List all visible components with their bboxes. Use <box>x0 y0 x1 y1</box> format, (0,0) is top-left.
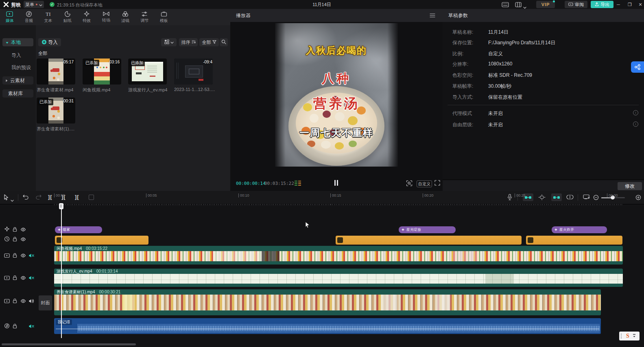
cover-button[interactable]: 封面 <box>39 295 52 310</box>
adjust-clip[interactable] <box>55 236 148 245</box>
view-mode-button[interactable] <box>161 38 177 46</box>
media-card-4[interactable]: -09:4 <box>174 59 213 85</box>
info-icon[interactable]: i <box>633 121 638 127</box>
adjust-clip[interactable] <box>336 236 522 245</box>
eye-icon[interactable] <box>20 252 26 258</box>
effect-clip[interactable]: 星火炸开 <box>552 226 607 233</box>
ime-menu-icon <box>633 332 636 340</box>
lock-icon[interactable] <box>12 323 18 329</box>
lock-icon[interactable] <box>12 298 18 304</box>
cloud-share-float-button[interactable] <box>631 61 644 73</box>
split-delete-right-icon[interactable]: ][ <box>75 194 79 200</box>
info-icon[interactable]: i <box>633 110 638 115</box>
audio-track-icon <box>4 323 10 329</box>
eye-icon[interactable] <box>20 275 26 280</box>
media-sidebar: 本地 导入 我的预设 云素材 素材库 <box>0 25 36 191</box>
lock-icon[interactable] <box>12 236 18 242</box>
eye-icon[interactable] <box>20 236 26 242</box>
preview-axis-icon[interactable] <box>583 194 590 202</box>
filter-button[interactable]: 全部 <box>199 38 219 46</box>
menu-update-dot <box>36 4 37 5</box>
zoom-in-icon[interactable] <box>635 195 641 202</box>
media-card-2-name: 闲鱼视频.mp4 <box>83 87 122 93</box>
tab-adjust[interactable]: 调节 <box>135 9 154 25</box>
select-tool-icon[interactable] <box>3 194 9 202</box>
video-clip-game-publisher[interactable]: 游戏发行人_ev.mp400:01:33:14 <box>54 269 623 287</box>
search-button[interactable] <box>220 38 228 46</box>
media-card-3[interactable]: 已添加 <box>128 59 167 85</box>
redo-icon[interactable] <box>35 194 42 202</box>
window-close-button[interactable]: ✕ <box>637 2 643 7</box>
undo-icon[interactable] <box>22 194 29 202</box>
import-media-button[interactable]: 导入 <box>38 38 61 46</box>
timeline-hscrollbar[interactable] <box>2 343 136 345</box>
fit-zoom-icon[interactable] <box>406 180 413 188</box>
tab-filters[interactable]: 滤镜 <box>116 9 135 25</box>
quality-selector[interactable]: 自定义 <box>417 180 432 187</box>
playhead-line[interactable] <box>61 203 62 338</box>
player-menu-icon[interactable] <box>430 12 435 19</box>
window-maximize-button[interactable]: ❐ <box>627 2 633 7</box>
draft-params-panel: 草稿参数 草稿名称: 11月14日 保存位置: F:/JianyingPro D… <box>443 9 644 191</box>
auto-snap-toggle[interactable] <box>538 194 546 202</box>
eye-icon[interactable] <box>20 226 26 232</box>
playhead-handle[interactable] <box>59 203 63 209</box>
tab-media[interactable]: 媒体 <box>0 9 19 25</box>
media-card-1[interactable]: 05:17 <box>37 59 75 85</box>
split-clip-icon[interactable]: ][ <box>48 194 52 200</box>
eye-icon[interactable] <box>20 298 26 304</box>
lock-icon[interactable] <box>12 226 18 232</box>
sidebar-item-local[interactable]: 本地 <box>2 38 33 46</box>
video-clip-food-main[interactable]: 养生食谱素材(1).mp400:00:30:21 <box>54 289 601 315</box>
record-voiceover-icon[interactable] <box>507 194 513 202</box>
modify-button[interactable]: 修改 <box>618 182 642 190</box>
speaker-on-icon[interactable] <box>28 298 34 304</box>
media-card-5[interactable]: 已添加 00:31 <box>37 98 75 124</box>
fullscreen-icon[interactable] <box>434 180 440 187</box>
media-content: 导入 排序 全部 全部 05:17 <box>36 25 230 191</box>
input-method-widget[interactable]: S <box>619 332 640 340</box>
review-button[interactable]: 审阅 <box>565 1 587 8</box>
speaker-muted-icon[interactable] <box>28 275 34 280</box>
effect-clip[interactable]: 烟雾 <box>55 226 102 233</box>
export-button[interactable]: 导出 <box>591 1 613 8</box>
tab-effects[interactable]: 特效 <box>77 9 96 25</box>
sidebar-item-library[interactable]: 素材库 <box>2 89 33 98</box>
zoom-out-icon[interactable] <box>593 195 599 202</box>
sidebar-item-import[interactable]: 导入 <box>11 52 21 59</box>
layout-switch-icon[interactable] <box>515 2 522 9</box>
media-card-2[interactable]: 已添加 03:16 <box>83 59 121 85</box>
pause-button[interactable] <box>334 180 338 186</box>
sort-button[interactable]: 排序 <box>179 38 198 46</box>
filmstrip <box>54 274 623 284</box>
delete-clip-icon[interactable] <box>89 195 94 200</box>
draft-row-label: 比例: <box>452 50 463 57</box>
tab-audio[interactable]: 音频 <box>19 9 38 25</box>
video-clip-xianyu[interactable]: 闲鱼视频.mp400:03:15:22 <box>54 246 623 265</box>
tab-templates[interactable]: 模板 <box>154 9 173 25</box>
window-minimize-button[interactable]: ─ <box>616 2 621 7</box>
speaker-muted-icon[interactable] <box>28 252 34 258</box>
speaker-muted-icon[interactable] <box>28 323 34 329</box>
vip-button[interactable]: VIP <box>536 1 555 8</box>
video-preview[interactable]: 入秋后必喝的 八种 营养汤 一周七天不重样 <box>275 23 398 167</box>
media-tabbar: 媒体 音频 TI 文本 贴纸 特效 转场 <box>0 9 230 25</box>
adjust-clip[interactable] <box>526 236 622 245</box>
shortcut-keyboard-icon[interactable] <box>502 2 509 9</box>
lock-icon[interactable] <box>12 275 18 280</box>
audio-clip[interactable]: 我记得 <box>54 318 601 334</box>
linkage-toggle[interactable] <box>551 193 562 201</box>
sidebar-item-presets[interactable]: 我的预设 <box>11 64 31 71</box>
ruler-label: 00:15 <box>330 193 341 197</box>
edit-overlap-toggle[interactable] <box>566 194 574 202</box>
video-track-icon <box>4 252 10 258</box>
menu-button[interactable]: 菜单 <box>24 1 44 8</box>
sidebar-item-cloud[interactable]: 云素材 <box>2 76 33 85</box>
tab-transitions[interactable]: 转场 <box>96 9 116 25</box>
timeline-ruler-ticks[interactable] <box>54 204 622 205</box>
tab-sticker[interactable]: 贴纸 <box>58 9 77 25</box>
tab-text[interactable]: TI 文本 <box>39 9 58 25</box>
effect-clip[interactable]: 星光绽放 <box>399 226 456 233</box>
select-tool-chevron-icon[interactable] <box>11 196 14 204</box>
lock-icon[interactable] <box>12 252 18 258</box>
